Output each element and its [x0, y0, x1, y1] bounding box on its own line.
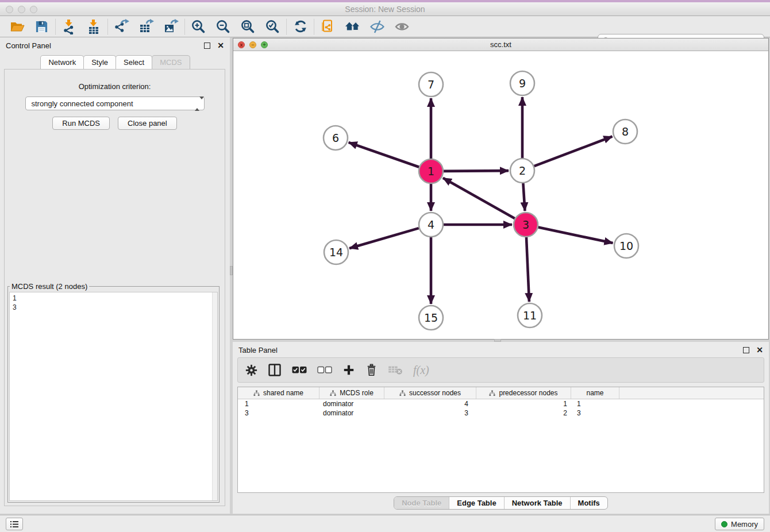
graph-edge-2-8[interactable]: [534, 137, 613, 167]
mcds-result-title: MCDS result (2 nodes): [10, 282, 89, 291]
table-cell[interactable]: 1: [571, 400, 619, 408]
tab-motifs[interactable]: Motifs: [570, 497, 607, 509]
column-header-predecessor-nodes[interactable]: predecessor nodes: [476, 387, 571, 399]
table-cell[interactable]: 1: [476, 400, 571, 408]
import-table-icon[interactable]: [82, 17, 106, 36]
graph-node-label: 8: [622, 125, 629, 138]
float-table-panel-icon[interactable]: [743, 347, 749, 353]
memory-status-icon: [721, 521, 727, 527]
table-row[interactable]: 3dominator323: [238, 408, 764, 418]
show-panel-eye-icon[interactable]: [390, 17, 414, 36]
graph-edge-1-6[interactable]: [349, 142, 419, 167]
network-view-window: x − + scc.txt 7968124314101511: [233, 38, 769, 340]
table-cell[interactable]: 3: [238, 409, 319, 417]
add-column-icon[interactable]: [342, 364, 355, 376]
close-panel-button[interactable]: Close panel: [118, 117, 177, 130]
tab-network[interactable]: Network: [40, 55, 84, 69]
tab-mcds[interactable]: MCDS: [152, 55, 190, 69]
network-canvas[interactable]: 7968124314101511: [233, 51, 768, 339]
application-window: Session: New Session: [0, 0, 770, 532]
refresh-icon[interactable]: [288, 17, 313, 36]
toolbar-separator: [286, 19, 287, 34]
open-session-icon[interactable]: [5, 17, 29, 36]
graph-edges: [349, 97, 613, 304]
graph-edge-4-14[interactable]: [349, 228, 419, 248]
clone-network-icon[interactable]: [315, 17, 340, 36]
dropdown-stepper-icon: [195, 99, 200, 108]
optimization-criterion-label: Optimization criterion:: [5, 82, 225, 91]
graph-edge-3-11[interactable]: [526, 237, 529, 302]
graph-node-label: 6: [332, 132, 339, 144]
control-panel: Control Panel ✕ Network Style Select MCD…: [0, 37, 230, 514]
zoom-out-icon[interactable]: [211, 17, 236, 36]
mcds-result-line: 3: [13, 303, 214, 312]
table-cell[interactable]: dominator: [319, 409, 384, 417]
table-cell[interactable]: 3: [571, 409, 619, 417]
table-cell[interactable]: 2: [476, 409, 571, 417]
function-builder-icon[interactable]: f(x): [413, 364, 429, 377]
table-tabs: Node Table Edge Table Network Table Moti…: [233, 496, 769, 510]
zoom-in-icon[interactable]: [186, 17, 211, 36]
graph-edge-1-2[interactable]: [444, 171, 509, 171]
table-cell[interactable]: dominator: [319, 400, 384, 408]
graph-edge-3-10[interactable]: [538, 228, 613, 243]
toolbar-separator: [314, 19, 314, 34]
select-all-checkboxes-icon[interactable]: [292, 366, 307, 374]
export-table-icon[interactable]: [134, 17, 159, 36]
export-network-icon[interactable]: [109, 17, 134, 36]
table-panel-title: Table Panel: [238, 346, 743, 354]
column-header-successor-nodes[interactable]: successor nodes: [384, 387, 476, 399]
graph-edge-2-3[interactable]: [523, 183, 525, 211]
table-cell[interactable]: 1: [238, 400, 319, 408]
memory-button[interactable]: Memory: [715, 518, 764, 530]
column-header-mcds-role[interactable]: MCDS role: [319, 387, 384, 399]
table-cell[interactable]: 4: [384, 400, 476, 408]
save-session-icon[interactable]: [29, 17, 54, 36]
home-icon[interactable]: [340, 17, 365, 36]
zoom-fit-icon[interactable]: [236, 17, 260, 36]
graph-node-label: 2: [519, 164, 526, 177]
mcds-tab-content: Optimization criterion: strongly connect…: [4, 69, 225, 506]
float-panel-icon[interactable]: [204, 43, 210, 49]
export-image-icon[interactable]: [159, 17, 183, 36]
hide-panel-eye-slash-icon[interactable]: [365, 17, 390, 36]
result-scrollbar[interactable]: [212, 292, 217, 500]
table-row[interactable]: 1dominator411: [238, 399, 764, 408]
gear-icon[interactable]: [245, 364, 257, 376]
zoom-selected-icon[interactable]: [260, 17, 285, 36]
tab-edge-table[interactable]: Edge Table: [449, 497, 503, 509]
toolbar-separator: [55, 19, 56, 34]
close-panel-icon[interactable]: ✕: [217, 43, 224, 49]
graph-node-label: 9: [519, 77, 526, 90]
table-header-row: shared name MCDS role successor nodes pr…: [238, 387, 764, 399]
mcds-result-line: 1: [13, 294, 214, 303]
task-history-button[interactable]: [6, 518, 23, 530]
criterion-dropdown[interactable]: strongly connected component: [25, 97, 205, 110]
column-header-name[interactable]: name: [571, 387, 619, 399]
graph-node-label: 14: [329, 246, 343, 259]
table-toolbar: f(x): [237, 357, 764, 383]
delete-column-trash-icon[interactable]: [365, 364, 378, 376]
graph-node-label: 3: [522, 218, 529, 231]
delete-table-icon[interactable]: [388, 364, 403, 376]
control-panel-header: Control Panel ✕: [0, 37, 230, 53]
import-network-icon[interactable]: [57, 17, 82, 36]
close-table-panel-icon[interactable]: ✕: [756, 347, 763, 353]
tab-style[interactable]: Style: [83, 55, 116, 69]
tab-select[interactable]: Select: [116, 55, 152, 69]
tab-network-table[interactable]: Network Table: [504, 497, 570, 509]
control-panel-title: Control Panel: [6, 41, 204, 50]
graph-node-label: 11: [523, 309, 537, 322]
graph-node-label: 7: [428, 78, 434, 91]
main-toolbar: [0, 16, 770, 37]
mcds-result-list[interactable]: 13: [9, 292, 218, 501]
table-panel: Table Panel ✕: [233, 342, 769, 514]
split-columns-icon[interactable]: [268, 363, 282, 377]
graph-edge-3-1[interactable]: [443, 178, 515, 218]
column-type-icon: [253, 390, 260, 396]
table-cell[interactable]: 3: [384, 409, 476, 417]
column-header-shared-name[interactable]: shared name: [238, 387, 319, 399]
run-mcds-button[interactable]: Run MCDS: [52, 117, 110, 130]
tab-node-table[interactable]: Node Table: [394, 497, 449, 509]
clear-checkboxes-icon[interactable]: [317, 366, 332, 374]
